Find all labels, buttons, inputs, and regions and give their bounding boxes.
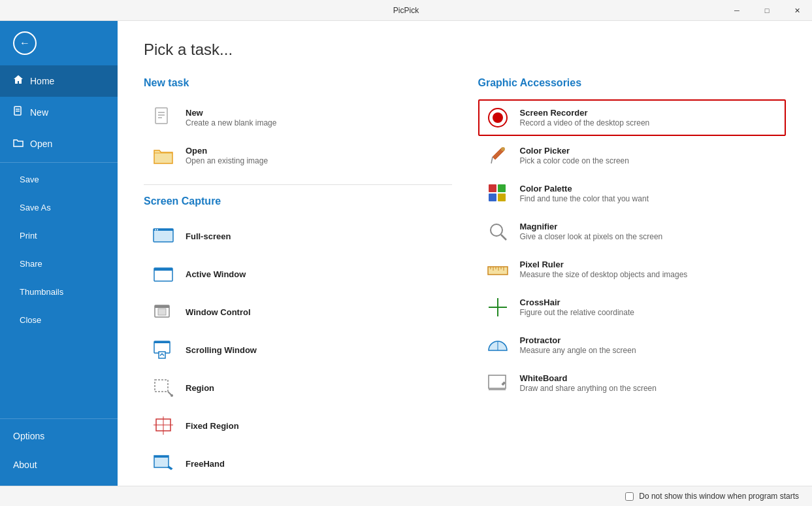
- sidebar: ← Home New Open: [0, 21, 118, 486]
- sidebar-item-home[interactable]: Home: [0, 65, 118, 97]
- sidebar-item-new[interactable]: New: [0, 97, 118, 128]
- sidebar-back: ←: [0, 21, 118, 65]
- task-item-magnifier[interactable]: Magnifier Give a closer look at pixels o…: [478, 213, 787, 250]
- left-column: New task New: [144, 77, 452, 486]
- minimize-button[interactable]: ─: [722, 0, 752, 21]
- sidebar-item-about[interactable]: About: [0, 450, 118, 479]
- task-item-window-control[interactable]: Window Control: [144, 294, 452, 330]
- new-task-info: New Create a new blank image: [186, 108, 276, 127]
- close-button[interactable]: ✕: [782, 0, 812, 21]
- sidebar-label-home: Home: [30, 76, 54, 86]
- crosshair-task-name: CrossHair: [520, 297, 634, 307]
- main-content: Pick a task... New task: [118, 21, 812, 486]
- new-task-icon: [152, 106, 175, 129]
- svg-rect-18: [159, 352, 165, 358]
- new-task-name: New: [186, 108, 276, 118]
- new-task-section-title: New task: [144, 77, 452, 89]
- task-item-fullscreen[interactable]: Full-screen: [144, 218, 452, 254]
- sidebar-label-close: Close: [20, 315, 41, 325]
- freehand-icon: [152, 452, 175, 475]
- protractor-task-name: Protractor: [520, 335, 636, 345]
- svg-point-21: [171, 394, 173, 397]
- open-icon: [13, 137, 24, 150]
- sidebar-label-open: Open: [30, 139, 52, 149]
- svg-point-35: [501, 147, 505, 151]
- sidebar-label-save-as: Save As: [20, 203, 51, 212]
- pixel-ruler-task-desc: Measure the size of desktop objects and …: [520, 270, 688, 279]
- task-item-pixel-ruler[interactable]: Pixel Ruler Measure the size of desktop …: [478, 251, 787, 288]
- sidebar-item-save-as[interactable]: Save As: [0, 194, 118, 222]
- fullscreen-icon: [152, 224, 175, 248]
- active-window-icon: [152, 262, 175, 286]
- svg-rect-15: [158, 309, 166, 315]
- active-window-task-name: Active Window: [186, 269, 246, 279]
- task-item-scrolling-window[interactable]: Scrolling Window: [144, 331, 452, 368]
- open-task-desc: Open an existing image: [186, 156, 268, 165]
- scrolling-window-task-name: Scrolling Window: [186, 345, 257, 355]
- task-item-protractor[interactable]: Protractor Measure any angle on the scre…: [478, 327, 787, 363]
- whiteboard-task-name: WhiteBoard: [520, 373, 657, 383]
- title-bar-controls: ─ □ ✕: [722, 0, 812, 21]
- dont-show-checkbox[interactable]: [625, 492, 634, 501]
- new-task-list: New Create a new blank image: [144, 99, 452, 174]
- color-palette-task-desc: Find and tune the color that you want: [520, 194, 649, 203]
- sidebar-label-share: Share: [20, 259, 42, 269]
- sidebar-item-open[interactable]: Open: [0, 128, 118, 160]
- new-task-desc: Create a new blank image: [186, 118, 276, 127]
- svg-rect-36: [489, 184, 496, 192]
- scrolling-window-icon: [152, 338, 175, 362]
- task-item-whiteboard[interactable]: WhiteBoard Draw and share anything on th…: [478, 365, 787, 401]
- crosshair-task-desc: Figure out the relative coordinate: [520, 308, 634, 317]
- sidebar-item-options[interactable]: Options: [0, 422, 118, 450]
- fullscreen-task-name: Full-screen: [186, 231, 231, 241]
- task-item-active-window[interactable]: Active Window: [144, 256, 452, 292]
- sidebar-item-thumbnails[interactable]: Thumbnails: [0, 278, 118, 306]
- svg-line-34: [491, 157, 493, 163]
- dont-show-checkbox-label[interactable]: Do not show this window when program sta…: [625, 492, 799, 501]
- sidebar-item-share[interactable]: Share: [0, 250, 118, 278]
- task-item-new[interactable]: New Create a new blank image: [144, 99, 452, 136]
- task-item-color-palette[interactable]: Color Palette Find and tune the color th…: [478, 175, 787, 212]
- open-task-info: Open Open an existing image: [186, 146, 268, 165]
- svg-rect-37: [498, 184, 506, 192]
- color-picker-icon: [486, 144, 510, 167]
- svg-point-33: [495, 115, 500, 120]
- task-item-screen-recorder[interactable]: Screen Recorder Record a video of the de…: [478, 99, 787, 136]
- sidebar-item-close[interactable]: Close: [0, 306, 118, 334]
- dont-show-label: Do not show this window when program sta…: [639, 492, 799, 501]
- task-item-color-picker[interactable]: Color Picker Pick a color code on the sc…: [478, 137, 787, 174]
- protractor-icon: [486, 333, 510, 357]
- color-picker-task-name: Color Picker: [520, 146, 629, 156]
- task-item-region[interactable]: Region: [144, 369, 452, 406]
- task-item-crosshair[interactable]: CrossHair Figure out the relative coordi…: [478, 289, 787, 326]
- back-button[interactable]: ←: [13, 31, 37, 55]
- sidebar-label-options: Options: [13, 431, 44, 441]
- magnifier-icon: [486, 220, 510, 243]
- sidebar-item-save[interactable]: Save: [0, 165, 118, 194]
- svg-rect-39: [498, 194, 506, 201]
- title-bar-text: PicPick: [393, 6, 419, 15]
- sidebar-item-print[interactable]: Print: [0, 222, 118, 250]
- task-item-freehand[interactable]: FreeHand: [144, 445, 452, 482]
- window-control-icon: [152, 300, 175, 324]
- svg-rect-38: [489, 194, 496, 201]
- task-item-open[interactable]: Open Open an existing image: [144, 137, 452, 174]
- svg-rect-8: [154, 229, 173, 231]
- task-item-fixed-region[interactable]: Fixed Region: [144, 407, 452, 444]
- whiteboard-task-desc: Draw and share anything on the screen: [520, 384, 657, 393]
- window-control-task-name: Window Control: [186, 307, 251, 317]
- maximize-button[interactable]: □: [752, 0, 782, 21]
- bottom-bar: Do not show this window when program sta…: [0, 486, 812, 506]
- color-palette-task-name: Color Palette: [520, 184, 649, 194]
- screen-recorder-task-name: Screen Recorder: [520, 108, 650, 118]
- freehand-task-name: FreeHand: [186, 459, 225, 469]
- sidebar-label-new: New: [30, 107, 48, 118]
- pixel-ruler-task-name: Pixel Ruler: [520, 260, 688, 269]
- screen-recorder-task-desc: Record a video of the desktop screen: [520, 118, 650, 127]
- region-task-name: Region: [186, 383, 214, 393]
- protractor-task-desc: Measure any angle on the screen: [520, 346, 636, 355]
- region-icon: [152, 376, 175, 399]
- content-grid: New task New: [144, 77, 786, 486]
- graphic-accessories-section-title: Graphic Accessories: [478, 77, 787, 89]
- svg-rect-12: [154, 268, 172, 271]
